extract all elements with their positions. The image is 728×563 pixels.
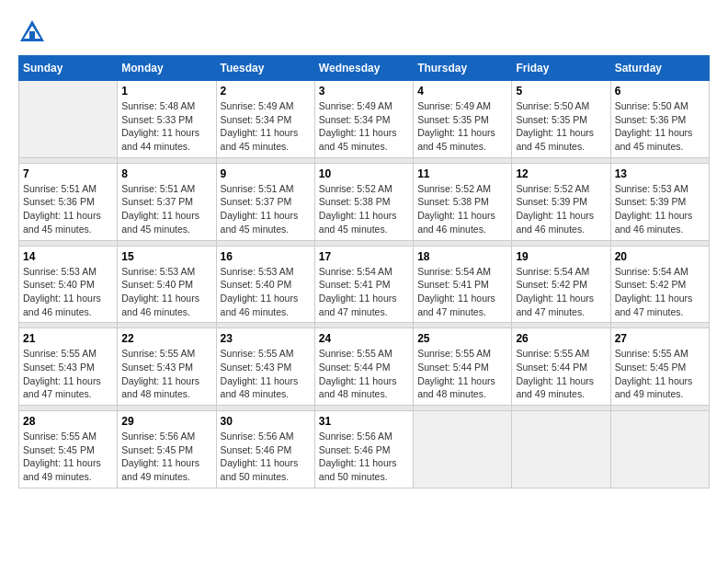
day-info: Sunrise: 5:53 AMSunset: 5:40 PMDaylight:… (221, 265, 311, 319)
day-info: Sunrise: 5:49 AMSunset: 5:35 PMDaylight:… (417, 99, 507, 154)
day-cell: 10Sunrise: 5:52 AMSunset: 5:38 PMDayligh… (314, 163, 413, 240)
day-number: 23 (221, 332, 311, 345)
week-row-5: 28Sunrise: 5:55 AMSunset: 5:45 PMDayligh… (19, 411, 710, 488)
day-info: Sunrise: 5:54 AMSunset: 5:41 PMDaylight:… (319, 265, 409, 319)
day-cell: 31Sunrise: 5:56 AMSunset: 5:46 PMDayligh… (314, 411, 413, 488)
day-cell: 22Sunrise: 5:55 AMSunset: 5:43 PMDayligh… (118, 328, 216, 406)
day-info: Sunrise: 5:52 AMSunset: 5:38 PMDaylight:… (319, 182, 409, 236)
day-cell: 24Sunrise: 5:55 AMSunset: 5:44 PMDayligh… (314, 328, 413, 406)
day-info: Sunrise: 5:55 AMSunset: 5:44 PMDaylight:… (319, 347, 409, 401)
col-header-monday: Monday (118, 56, 216, 81)
col-header-wednesday: Wednesday (314, 56, 413, 81)
day-number: 2 (221, 85, 311, 98)
day-info: Sunrise: 5:53 AMSunset: 5:39 PMDaylight:… (615, 182, 705, 236)
day-number: 18 (417, 250, 507, 263)
day-number: 19 (516, 250, 606, 263)
day-cell: 9Sunrise: 5:51 AMSunset: 5:37 PMDaylight… (216, 163, 314, 240)
day-number: 26 (516, 332, 606, 345)
day-number: 13 (615, 167, 705, 180)
calendar-table: SundayMondayTuesdayWednesdayThursdayFrid… (18, 55, 710, 488)
day-number: 21 (23, 332, 113, 345)
day-info: Sunrise: 5:54 AMSunset: 5:41 PMDaylight:… (417, 265, 507, 319)
day-info: Sunrise: 5:50 AMSunset: 5:36 PMDaylight:… (615, 99, 705, 154)
day-cell: 2Sunrise: 5:49 AMSunset: 5:34 PMDaylight… (216, 81, 314, 158)
day-number: 10 (319, 167, 409, 180)
svg-rect-2 (29, 31, 35, 39)
col-header-tuesday: Tuesday (216, 56, 314, 81)
day-cell: 7Sunrise: 5:51 AMSunset: 5:36 PMDaylight… (19, 163, 118, 240)
col-header-friday: Friday (512, 56, 610, 81)
day-info: Sunrise: 5:54 AMSunset: 5:42 PMDaylight:… (516, 265, 606, 319)
day-info: Sunrise: 5:55 AMSunset: 5:43 PMDaylight:… (221, 347, 311, 401)
day-cell: 12Sunrise: 5:52 AMSunset: 5:39 PMDayligh… (512, 163, 610, 240)
day-cell: 26Sunrise: 5:55 AMSunset: 5:44 PMDayligh… (512, 328, 610, 406)
day-cell: 17Sunrise: 5:54 AMSunset: 5:41 PMDayligh… (314, 246, 413, 323)
week-row-2: 7Sunrise: 5:51 AMSunset: 5:36 PMDaylight… (19, 163, 710, 240)
day-number: 17 (319, 250, 409, 263)
day-cell (414, 411, 512, 488)
day-info: Sunrise: 5:52 AMSunset: 5:38 PMDaylight:… (417, 182, 507, 236)
page-header (18, 18, 710, 46)
day-cell (610, 411, 709, 488)
day-number: 22 (121, 332, 211, 345)
day-cell: 1Sunrise: 5:48 AMSunset: 5:33 PMDaylight… (118, 81, 216, 158)
day-info: Sunrise: 5:54 AMSunset: 5:42 PMDaylight:… (615, 265, 705, 319)
day-cell: 21Sunrise: 5:55 AMSunset: 5:43 PMDayligh… (19, 328, 118, 406)
day-cell: 16Sunrise: 5:53 AMSunset: 5:40 PMDayligh… (216, 246, 314, 323)
day-number: 3 (319, 85, 409, 98)
day-info: Sunrise: 5:52 AMSunset: 5:39 PMDaylight:… (516, 182, 606, 236)
day-cell: 28Sunrise: 5:55 AMSunset: 5:45 PMDayligh… (19, 411, 118, 488)
day-cell: 6Sunrise: 5:50 AMSunset: 5:36 PMDaylight… (610, 81, 709, 158)
day-info: Sunrise: 5:55 AMSunset: 5:44 PMDaylight:… (516, 347, 606, 401)
week-row-4: 21Sunrise: 5:55 AMSunset: 5:43 PMDayligh… (19, 328, 710, 406)
day-number: 12 (516, 167, 606, 180)
day-number: 8 (121, 167, 211, 180)
logo-icon (18, 18, 46, 46)
day-cell: 3Sunrise: 5:49 AMSunset: 5:34 PMDaylight… (314, 81, 413, 158)
day-info: Sunrise: 5:55 AMSunset: 5:44 PMDaylight:… (417, 347, 507, 401)
day-number: 14 (23, 250, 113, 263)
day-cell: 19Sunrise: 5:54 AMSunset: 5:42 PMDayligh… (512, 246, 610, 323)
day-cell: 8Sunrise: 5:51 AMSunset: 5:37 PMDaylight… (118, 163, 216, 240)
day-number: 15 (121, 250, 211, 263)
day-number: 1 (121, 85, 211, 98)
day-number: 7 (23, 167, 113, 180)
day-info: Sunrise: 5:55 AMSunset: 5:43 PMDaylight:… (121, 347, 211, 401)
day-info: Sunrise: 5:56 AMSunset: 5:45 PMDaylight:… (121, 430, 211, 484)
col-header-saturday: Saturday (610, 56, 709, 81)
day-info: Sunrise: 5:51 AMSunset: 5:36 PMDaylight:… (23, 182, 113, 236)
day-number: 4 (417, 85, 507, 98)
day-number: 5 (516, 85, 606, 98)
day-cell: 27Sunrise: 5:55 AMSunset: 5:45 PMDayligh… (610, 328, 709, 406)
day-info: Sunrise: 5:56 AMSunset: 5:46 PMDaylight:… (319, 430, 409, 484)
day-cell: 20Sunrise: 5:54 AMSunset: 5:42 PMDayligh… (610, 246, 709, 323)
week-row-3: 14Sunrise: 5:53 AMSunset: 5:40 PMDayligh… (19, 246, 710, 323)
day-cell: 30Sunrise: 5:56 AMSunset: 5:46 PMDayligh… (216, 411, 314, 488)
day-cell (19, 81, 118, 158)
day-info: Sunrise: 5:48 AMSunset: 5:33 PMDaylight:… (121, 99, 211, 154)
day-info: Sunrise: 5:53 AMSunset: 5:40 PMDaylight:… (23, 265, 113, 319)
day-cell: 23Sunrise: 5:55 AMSunset: 5:43 PMDayligh… (216, 328, 314, 406)
day-info: Sunrise: 5:51 AMSunset: 5:37 PMDaylight:… (121, 182, 211, 236)
day-info: Sunrise: 5:53 AMSunset: 5:40 PMDaylight:… (121, 265, 211, 319)
day-cell: 29Sunrise: 5:56 AMSunset: 5:45 PMDayligh… (118, 411, 216, 488)
day-cell (512, 411, 610, 488)
day-cell: 14Sunrise: 5:53 AMSunset: 5:40 PMDayligh… (19, 246, 118, 323)
day-cell: 5Sunrise: 5:50 AMSunset: 5:35 PMDaylight… (512, 81, 610, 158)
day-info: Sunrise: 5:55 AMSunset: 5:43 PMDaylight:… (23, 347, 113, 401)
day-number: 31 (319, 415, 409, 428)
day-cell: 13Sunrise: 5:53 AMSunset: 5:39 PMDayligh… (610, 163, 709, 240)
logo (18, 18, 50, 46)
col-header-thursday: Thursday (414, 56, 512, 81)
calendar-header-row: SundayMondayTuesdayWednesdayThursdayFrid… (19, 56, 710, 81)
day-number: 29 (121, 415, 211, 428)
day-cell: 11Sunrise: 5:52 AMSunset: 5:38 PMDayligh… (414, 163, 512, 240)
day-number: 28 (23, 415, 113, 428)
day-info: Sunrise: 5:55 AMSunset: 5:45 PMDaylight:… (615, 347, 705, 401)
day-number: 6 (615, 85, 705, 98)
day-number: 24 (319, 332, 409, 345)
day-number: 9 (221, 167, 311, 180)
day-number: 25 (417, 332, 507, 345)
day-cell: 15Sunrise: 5:53 AMSunset: 5:40 PMDayligh… (118, 246, 216, 323)
week-row-1: 1Sunrise: 5:48 AMSunset: 5:33 PMDaylight… (19, 81, 710, 158)
